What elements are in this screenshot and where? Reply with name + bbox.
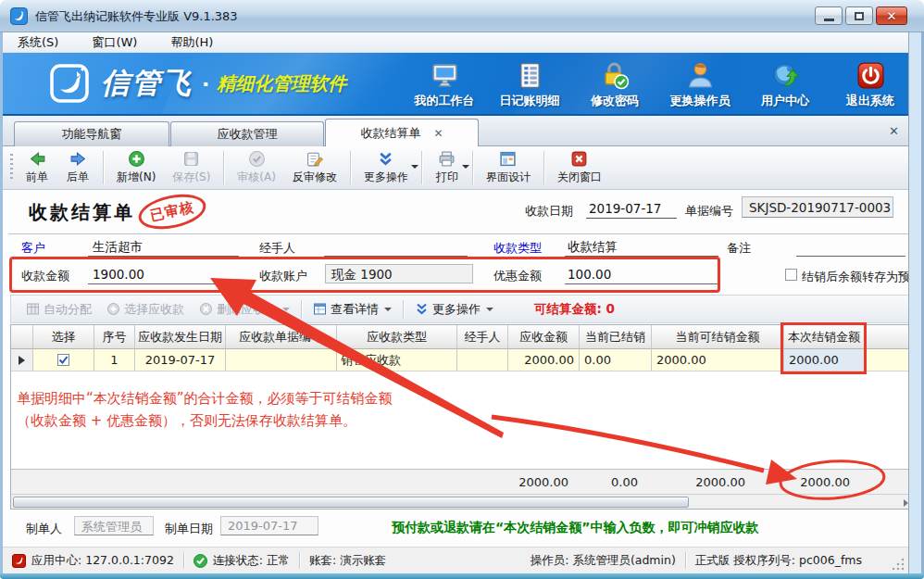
remark-label: 备注 <box>727 240 751 257</box>
ui-design-icon <box>499 150 517 168</box>
brand-name: 信管飞 <box>101 64 193 103</box>
receipt-amount-field[interactable]: 1900.00 <box>93 267 144 282</box>
app-window: 信管飞出纳记账软件专业版 V9.1.383 ✕ 系统(S) 窗口(W) 帮助(H… <box>0 0 924 579</box>
banner-button-switch-user[interactable]: 更换操作员 <box>660 58 740 114</box>
toolbar-grip-icon <box>10 154 13 182</box>
make-date-field: 2019-07-17 <box>220 516 318 535</box>
banner-button-user-center[interactable]: 用户中心 <box>745 58 825 114</box>
row-current-cell[interactable]: 2000.00 <box>784 349 865 371</box>
tab-close-icon[interactable]: ✕ <box>433 127 443 140</box>
grid-header-type[interactable]: 应收款类型 <box>337 325 457 349</box>
tab-payment-settlement[interactable]: 收款结算单 ✕ <box>325 119 479 146</box>
window-border-right <box>908 32 924 573</box>
auto-assign-button[interactable]: 自动分配 <box>19 299 99 320</box>
tab-receivable-mgmt[interactable]: 应收款管理 <box>170 121 324 146</box>
toolbar-separator <box>103 151 104 184</box>
document-area: 收款结算单 已审核 收款日期 2019-07-17 单据编号 SKJSD-201… <box>3 190 908 547</box>
header-divider <box>8 233 908 234</box>
save-icon <box>182 150 200 168</box>
customer-field[interactable]: 生活超市 <box>93 239 143 256</box>
tabbar: 功能导航窗 应收款管理 收款结算单 ✕ ✕ <box>3 116 908 146</box>
menu-item-window[interactable]: 窗口(W) <box>88 33 141 52</box>
more-chevrons-icon <box>415 302 429 316</box>
more-actions-button[interactable]: 更多操作 <box>356 148 417 187</box>
print-button[interactable]: 打印 <box>427 148 468 187</box>
transfer-balance-checkbox[interactable] <box>785 269 797 281</box>
brand-slogan: 精细化管理软件 <box>217 71 346 96</box>
titlebar: 信管飞出纳记账软件专业版 V9.1.383 ✕ <box>0 0 924 32</box>
view-detail-button[interactable]: 查看详情 <box>306 299 399 320</box>
menu-item-system[interactable]: 系统(S) <box>14 33 62 52</box>
status-license: 正式版 授权序列号: pc006_fms <box>686 553 871 569</box>
delete-receivable-button[interactable]: 删除应收款 <box>192 299 297 320</box>
detail-toolbar: 自动分配 选择应收款 删除应收款 查看详情 更多操作 <box>10 295 912 323</box>
discount-field[interactable]: 100.00 <box>568 267 611 282</box>
delete-receivable-icon <box>199 302 213 316</box>
more-chevrons-icon <box>377 150 394 168</box>
annotation-line-1: 单据明细中“本次结销金额”的合计金额，必须等于可结销金额 <box>17 387 393 409</box>
grid-header-available[interactable]: 当前可结销金额 <box>652 325 784 349</box>
receipt-date-field[interactable]: 2019-07-17 <box>586 195 677 219</box>
menu-item-help[interactable]: 帮助(H) <box>167 33 217 52</box>
detail-more-actions-button[interactable]: 更多操作 <box>407 299 501 320</box>
row-date-cell: 2019-07-17 <box>135 349 226 371</box>
minimize-button[interactable] <box>815 6 843 25</box>
maker-field: 系统管理员 <box>74 516 154 535</box>
banner-button-journal[interactable]: 日记账明细 <box>490 58 569 114</box>
receipt-amount-label: 收款金额 <box>21 268 69 284</box>
add-button[interactable]: 新增(N) <box>108 148 164 187</box>
customer-label: 客户 <box>21 240 45 257</box>
window-title: 信管飞出纳记账软件专业版 V9.1.383 <box>35 8 238 25</box>
grid-header-amount[interactable]: 应收金额 <box>508 325 580 349</box>
doc-title: 收款结算单 <box>29 200 135 225</box>
grid-header-agent[interactable]: 经手人 <box>457 325 508 349</box>
row-checkbox[interactable] <box>57 354 69 366</box>
banner-button-password[interactable]: 修改密码 <box>575 58 655 114</box>
ui-design-button[interactable]: 界面设计 <box>478 148 539 187</box>
next-doc-button[interactable]: 后单 <box>57 148 98 187</box>
grid-header-seq[interactable]: 序号 <box>94 325 135 349</box>
workstation-icon <box>431 61 459 90</box>
agent-label: 经手人 <box>259 240 295 257</box>
toolbar-separator <box>421 151 422 184</box>
select-receivable-icon <box>106 302 120 316</box>
grid-header-select[interactable]: 选择 <box>33 325 94 349</box>
select-receivable-button[interactable]: 选择应收款 <box>99 299 192 320</box>
minimize-icon <box>824 19 834 21</box>
scrollbar-thumb[interactable] <box>13 497 689 508</box>
receipt-type-field[interactable]: 收款结算 <box>568 239 618 256</box>
grid-header-settled[interactable]: 当前已结销 <box>580 325 652 349</box>
unaudit-button[interactable]: 反审修改 <box>284 148 345 187</box>
doc-no-label: 单据编号 <box>685 203 733 220</box>
tabstrip-close-icon[interactable]: ✕ <box>889 124 899 138</box>
row-select-cell[interactable] <box>33 349 94 371</box>
prev-arrow-icon <box>29 150 46 168</box>
transfer-balance-label: 结销后余额转存为预 <box>802 269 909 285</box>
banner-button-exit[interactable]: 退出系统 <box>830 58 910 114</box>
row-seq-cell: 1 <box>94 349 135 371</box>
grid-header-date[interactable]: 应收款发生日期 <box>135 325 226 349</box>
tab-function-nav[interactable]: 功能导航窗 <box>14 121 169 146</box>
audit-icon <box>248 150 266 168</box>
grid-header-doc-no[interactable]: 应收款单据编号 <box>226 325 337 349</box>
annotation-text: 单据明细中“本次结销金额”的合计金额，必须等于可结销金额 （收款金额 + 优惠金… <box>17 387 393 432</box>
switch-user-icon <box>686 61 715 90</box>
print-icon <box>438 150 456 168</box>
row-type-cell: 销售应收款 <box>337 349 457 371</box>
app-center-logo-icon <box>12 554 26 568</box>
close-button[interactable]: ✕ <box>876 6 907 25</box>
prev-doc-button[interactable]: 前单 <box>17 148 57 187</box>
audit-button[interactable]: 审核(A) <box>229 148 284 187</box>
grid-header-current[interactable]: 本次结销金额 <box>784 325 865 349</box>
maximize-icon <box>855 12 864 20</box>
banner-button-workstation[interactable]: 我的工作台 <box>405 58 484 114</box>
grid-data-row[interactable]: 1 2019-07-17 销售应收款 2000.00 0.00 2000.00 … <box>11 349 911 371</box>
close-window-button[interactable]: 关闭窗口 <box>549 148 610 187</box>
account-label: 收款账户 <box>259 268 307 284</box>
account-field[interactable]: 现金 1900 <box>325 264 473 283</box>
maximize-button[interactable] <box>845 6 873 25</box>
horizontal-scrollbar[interactable] <box>11 494 911 510</box>
save-button[interactable]: 保存(S) <box>164 148 219 187</box>
row-marker-icon <box>19 356 25 365</box>
resize-grip-icon[interactable] <box>893 558 905 570</box>
